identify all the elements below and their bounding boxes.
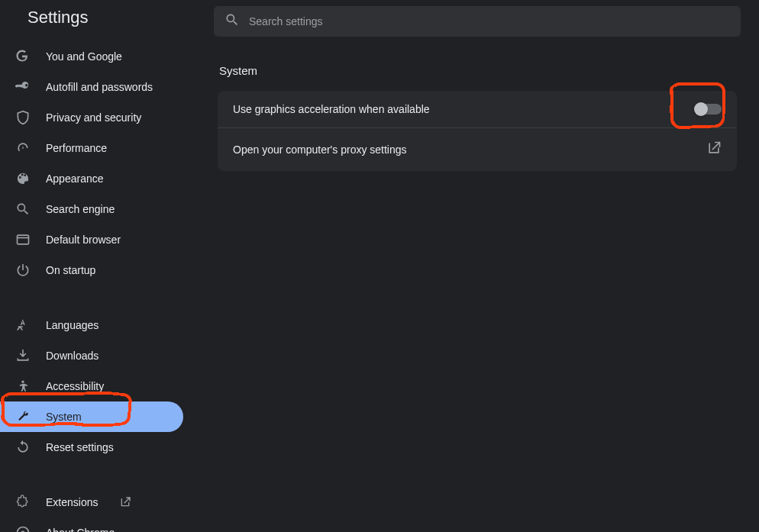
row-proxy-settings[interactable]: Open your computer's proxy settings bbox=[218, 127, 737, 171]
sidebar-item-you-and-google[interactable]: You and Google bbox=[0, 41, 183, 72]
sidebar-item-label: Privacy and security bbox=[46, 111, 141, 124]
sidebar-item-label: Reset settings bbox=[46, 441, 114, 453]
sidebar-item-label: On startup bbox=[46, 264, 95, 276]
gpu-toggle[interactable] bbox=[696, 104, 722, 114]
search-icon bbox=[224, 12, 240, 31]
sidebar: Settings You and Google Autofill and pas… bbox=[0, 0, 195, 532]
power-icon bbox=[15, 263, 31, 278]
svg-point-4 bbox=[21, 381, 24, 383]
header: Settings bbox=[0, 0, 195, 35]
main-content: System Use graphics acceleration when av… bbox=[195, 0, 759, 532]
sidebar-item-extensions[interactable]: Extensions bbox=[0, 487, 183, 517]
page-title: Settings bbox=[27, 8, 89, 27]
section-title: System bbox=[218, 64, 737, 77]
sidebar-item-downloads[interactable]: Downloads bbox=[0, 340, 183, 371]
sidebar-item-label: About Chrome bbox=[46, 527, 115, 532]
accessibility-icon bbox=[15, 379, 31, 394]
sidebar-item-search-engine[interactable]: Search engine bbox=[0, 194, 183, 224]
sidebar-item-reset[interactable]: Reset settings bbox=[0, 432, 183, 463]
sidebar-item-default-browser[interactable]: Default browser bbox=[0, 224, 183, 255]
extension-icon bbox=[15, 495, 31, 510]
row-gpu-acceleration[interactable]: Use graphics acceleration when available bbox=[218, 91, 737, 127]
palette-icon bbox=[15, 171, 31, 186]
sidebar-item-label: Languages bbox=[46, 319, 99, 331]
sidebar-item-system[interactable]: System bbox=[0, 401, 183, 432]
sidebar-item-accessibility[interactable]: Accessibility bbox=[0, 371, 183, 401]
sidebar-item-label: System bbox=[46, 411, 82, 423]
svg-rect-2 bbox=[18, 235, 29, 244]
row-label: Use graphics acceleration when available bbox=[233, 103, 430, 115]
sidebar-item-languages[interactable]: Languages bbox=[0, 310, 183, 340]
system-card: Use graphics acceleration when available… bbox=[218, 91, 737, 171]
browser-icon bbox=[15, 232, 31, 247]
key-icon bbox=[15, 79, 31, 95]
speedometer-icon bbox=[15, 140, 31, 156]
sidebar-item-appearance[interactable]: Appearance bbox=[0, 163, 183, 194]
sidebar-item-label: Autofill and passwords bbox=[46, 81, 153, 93]
sidebar-item-label: Accessibility bbox=[46, 380, 104, 392]
chrome-icon bbox=[15, 525, 31, 532]
google-icon bbox=[15, 49, 31, 64]
sidebar-item-label: Performance bbox=[46, 142, 107, 154]
row-label: Open your computer's proxy settings bbox=[233, 143, 407, 156]
sidebar-item-privacy[interactable]: Privacy and security bbox=[0, 102, 183, 133]
search-icon bbox=[15, 202, 31, 217]
sidebar-item-autofill[interactable]: Autofill and passwords bbox=[0, 72, 183, 102]
external-link-icon bbox=[706, 140, 722, 159]
sidebar-item-about[interactable]: About Chrome bbox=[0, 517, 183, 532]
sidebar-item-label: Search engine bbox=[46, 203, 115, 215]
sidebar-item-performance[interactable]: Performance bbox=[0, 133, 183, 163]
sidebar-item-on-startup[interactable]: On startup bbox=[0, 255, 183, 285]
sidebar-item-label: Appearance bbox=[46, 172, 104, 185]
nav-group-2: Languages Downloads Accessibility System… bbox=[0, 304, 195, 469]
download-icon bbox=[15, 348, 31, 363]
sidebar-item-label: Default browser bbox=[46, 234, 121, 246]
toggle-knob bbox=[694, 102, 708, 116]
settings-content: System Use graphics acceleration when av… bbox=[218, 64, 737, 171]
shield-icon bbox=[15, 110, 31, 125]
search-box[interactable] bbox=[214, 6, 741, 37]
reset-icon bbox=[15, 440, 31, 455]
sidebar-item-label: You and Google bbox=[46, 50, 122, 63]
sidebar-item-label: Downloads bbox=[46, 350, 99, 362]
nav-group-3: Extensions About Chrome bbox=[0, 481, 195, 532]
wrench-icon bbox=[15, 409, 31, 424]
external-link-icon bbox=[119, 496, 131, 508]
nav-group-1: You and Google Autofill and passwords Pr… bbox=[0, 35, 195, 292]
search-input[interactable] bbox=[249, 15, 730, 27]
translate-icon bbox=[15, 318, 31, 333]
sidebar-item-label: Extensions bbox=[46, 496, 98, 508]
